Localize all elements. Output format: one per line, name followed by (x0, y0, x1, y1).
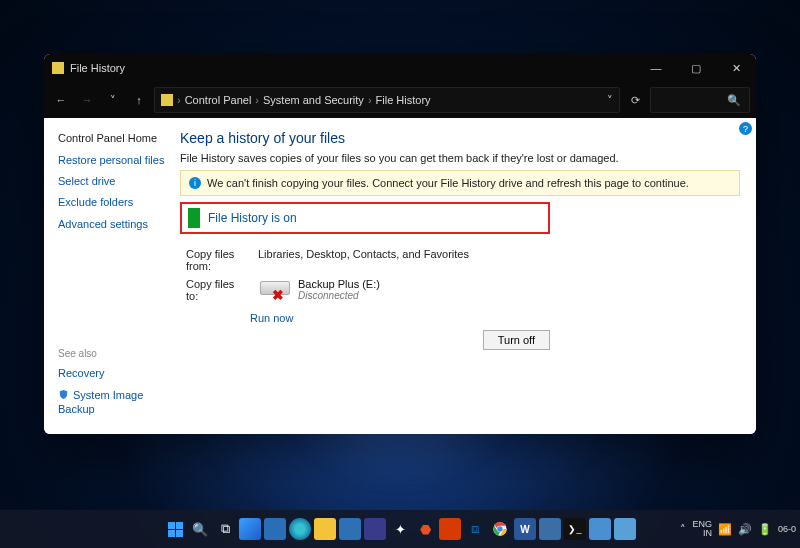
navigation-bar: ← → ˅ ↑ › Control Panel › System and Sec… (44, 82, 756, 118)
sidebar-item-exclude-folders[interactable]: Exclude folders (58, 196, 170, 209)
sidebar: Control Panel Home Restore personal file… (44, 118, 174, 434)
chrome-icon[interactable] (489, 518, 511, 540)
window-title: File History (70, 62, 125, 74)
disconnected-x-icon: ✖ (272, 287, 284, 303)
back-button[interactable]: ← (50, 88, 72, 112)
sidebar-item-select-drive[interactable]: Select drive (58, 175, 170, 188)
drive-name: Backup Plus (E:) (298, 278, 380, 290)
breadcrumb[interactable]: File History (376, 94, 431, 106)
seealso-system-image-backup[interactable]: System Image Backup (58, 389, 170, 416)
wifi-icon[interactable]: 📶 (718, 523, 732, 536)
address-icon (161, 94, 173, 106)
taskbar-app-icon[interactable] (264, 518, 286, 540)
seealso-heading: See also (58, 348, 170, 359)
sidebar-item-advanced-settings[interactable]: Advanced settings (58, 218, 170, 231)
taskbar-app-icon[interactable]: ⬣ (414, 518, 436, 540)
language-indicator[interactable]: ENGIN (692, 520, 712, 538)
chevron-right-icon: › (255, 94, 259, 106)
chevron-right-icon: › (177, 94, 181, 106)
control-panel-home-link[interactable]: Control Panel Home (58, 132, 170, 144)
copy-from-label: Copy files from: (182, 246, 252, 274)
details-panel: Copy files from: Libraries, Desktop, Con… (180, 244, 550, 324)
status-badge-icon (188, 208, 200, 228)
seealso-recovery[interactable]: Recovery (58, 367, 170, 380)
info-icon: i (189, 177, 201, 189)
taskbar: 🔍 ⧉ ✦ ⬣ ⧈ W ❯_ ˄ ENGIN 📶 🔊 🔋 06-0 (0, 510, 800, 548)
search-icon: 🔍 (727, 94, 741, 107)
taskbar-app-icon[interactable] (539, 518, 561, 540)
run-now-link[interactable]: Run now (250, 312, 293, 324)
office-icon[interactable] (439, 518, 461, 540)
refresh-button[interactable]: ⟳ (624, 88, 646, 112)
page-description: File History saves copies of your files … (180, 152, 740, 164)
clock[interactable]: 06-0 (778, 525, 796, 534)
file-history-window: File History — ▢ ✕ ← → ˅ ↑ › Control Pan… (44, 54, 756, 434)
svg-point-1 (497, 526, 502, 531)
word-icon[interactable]: W (514, 518, 536, 540)
explorer-icon[interactable] (314, 518, 336, 540)
tray-chevron-icon[interactable]: ˄ (680, 523, 686, 536)
status-text: File History is on (208, 211, 297, 225)
drive-icon: ✖ (258, 279, 292, 301)
system-tray: ˄ ENGIN 📶 🔊 🔋 06-0 (680, 520, 796, 538)
taskbar-app-icon[interactable] (589, 518, 611, 540)
breadcrumb[interactable]: Control Panel (185, 94, 252, 106)
app-icon (52, 62, 64, 74)
breadcrumb[interactable]: System and Security (263, 94, 364, 106)
volume-icon[interactable]: 🔊 (738, 523, 752, 536)
shield-icon (58, 389, 69, 403)
drive-status: Disconnected (298, 290, 380, 301)
status-box: File History is on (180, 202, 550, 234)
address-dropdown-icon[interactable]: ˅ (607, 94, 613, 107)
warning-text: We can't finish copying your files. Conn… (207, 177, 689, 189)
chevron-right-icon: › (368, 94, 372, 106)
close-button[interactable]: ✕ (716, 54, 756, 82)
forward-button[interactable]: → (76, 88, 98, 112)
battery-icon[interactable]: 🔋 (758, 523, 772, 536)
taskbar-app-icon[interactable] (614, 518, 636, 540)
search-box[interactable]: 🔍 (650, 87, 750, 113)
turn-off-button[interactable]: Turn off (483, 330, 550, 350)
task-view-icon[interactable]: ⧉ (214, 518, 236, 540)
terminal-icon[interactable]: ❯_ (564, 518, 586, 540)
start-button[interactable] (164, 518, 186, 540)
sidebar-item-restore[interactable]: Restore personal files (58, 154, 170, 167)
content-area: ? Control Panel Home Restore personal fi… (44, 118, 756, 434)
up-button[interactable]: ↑ (128, 88, 150, 112)
titlebar: File History — ▢ ✕ (44, 54, 756, 82)
main-panel: Keep a history of your files File Histor… (174, 118, 756, 434)
taskbar-app-icon[interactable] (364, 518, 386, 540)
address-bar[interactable]: › Control Panel › System and Security › … (154, 87, 620, 113)
copy-from-value: Libraries, Desktop, Contacts, and Favori… (254, 246, 548, 274)
store-icon[interactable] (339, 518, 361, 540)
taskbar-search-icon[interactable]: 🔍 (189, 518, 211, 540)
page-title: Keep a history of your files (180, 130, 740, 146)
warning-banner: i We can't finish copying your files. Co… (180, 170, 740, 196)
minimize-button[interactable]: — (636, 54, 676, 82)
edge-icon[interactable] (289, 518, 311, 540)
recent-locations-button[interactable]: ˅ (102, 88, 124, 112)
dropbox-icon[interactable]: ⧈ (464, 518, 486, 540)
copy-to-label: Copy files to: (182, 276, 252, 304)
widgets-icon[interactable] (239, 518, 261, 540)
taskbar-app-icon[interactable]: ✦ (389, 518, 411, 540)
maximize-button[interactable]: ▢ (676, 54, 716, 82)
